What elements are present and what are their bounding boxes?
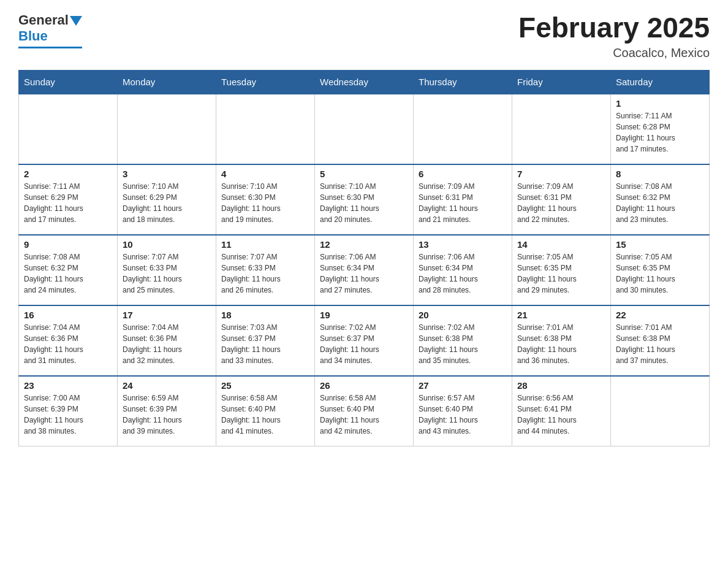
day-info: Sunrise: 6:59 AM Sunset: 6:39 PM Dayligh… [123, 393, 211, 437]
day-number: 14 [517, 239, 605, 250]
day-number: 19 [320, 310, 408, 320]
day-info: Sunrise: 7:04 AM Sunset: 6:36 PM Dayligh… [24, 322, 112, 366]
day-number: 27 [419, 380, 507, 391]
calendar-cell: 8Sunrise: 7:08 AM Sunset: 6:32 PM Daylig… [611, 164, 710, 235]
calendar-cell: 1Sunrise: 7:11 AM Sunset: 6:28 PM Daylig… [611, 94, 710, 164]
day-number: 23 [24, 380, 112, 391]
day-info: Sunrise: 7:09 AM Sunset: 6:31 PM Dayligh… [517, 181, 605, 225]
calendar-cell: 6Sunrise: 7:09 AM Sunset: 6:31 PM Daylig… [414, 164, 512, 235]
day-number: 18 [221, 310, 309, 320]
calendar-cell: 21Sunrise: 7:01 AM Sunset: 6:38 PM Dayli… [512, 305, 611, 376]
day-number: 13 [419, 239, 507, 250]
day-info: Sunrise: 7:01 AM Sunset: 6:38 PM Dayligh… [517, 322, 605, 366]
calendar-cell: 25Sunrise: 6:58 AM Sunset: 6:40 PM Dayli… [216, 376, 315, 446]
calendar-cell: 24Sunrise: 6:59 AM Sunset: 6:39 PM Dayli… [118, 376, 216, 446]
calendar-cell: 17Sunrise: 7:04 AM Sunset: 6:36 PM Dayli… [118, 305, 216, 376]
page-header: General Blue February 2025 Coacalco, Mex… [18, 12, 710, 60]
day-number: 20 [419, 310, 507, 320]
calendar-cell [216, 94, 315, 164]
day-number: 16 [24, 310, 112, 320]
day-info: Sunrise: 7:05 AM Sunset: 6:35 PM Dayligh… [517, 251, 605, 296]
calendar-week-3: 9Sunrise: 7:08 AM Sunset: 6:32 PM Daylig… [19, 235, 710, 305]
calendar-cell: 23Sunrise: 7:00 AM Sunset: 6:39 PM Dayli… [19, 376, 118, 446]
day-info: Sunrise: 7:05 AM Sunset: 6:35 PM Dayligh… [616, 251, 704, 296]
day-number: 9 [24, 239, 112, 250]
day-info: Sunrise: 7:09 AM Sunset: 6:31 PM Dayligh… [419, 181, 507, 225]
day-number: 2 [24, 169, 112, 179]
calendar-cell: 14Sunrise: 7:05 AM Sunset: 6:35 PM Dayli… [512, 235, 611, 305]
day-info: Sunrise: 6:57 AM Sunset: 6:40 PM Dayligh… [419, 393, 507, 437]
calendar-cell: 13Sunrise: 7:06 AM Sunset: 6:34 PM Dayli… [414, 235, 512, 305]
calendar-cell: 9Sunrise: 7:08 AM Sunset: 6:32 PM Daylig… [19, 235, 118, 305]
day-number: 24 [123, 380, 211, 391]
logo: General Blue [18, 12, 82, 48]
day-number: 7 [517, 169, 605, 179]
calendar-cell: 20Sunrise: 7:02 AM Sunset: 6:38 PM Dayli… [414, 305, 512, 376]
calendar-cell: 7Sunrise: 7:09 AM Sunset: 6:31 PM Daylig… [512, 164, 611, 235]
calendar-cell: 28Sunrise: 6:56 AM Sunset: 6:41 PM Dayli… [512, 376, 611, 446]
day-number: 22 [616, 310, 704, 320]
column-header-sunday: Sunday [19, 70, 118, 94]
day-number: 28 [517, 380, 605, 391]
title-area: February 2025 Coacalco, Mexico [518, 12, 710, 60]
day-info: Sunrise: 7:11 AM Sunset: 6:28 PM Dayligh… [616, 110, 704, 155]
column-header-thursday: Thursday [414, 70, 512, 94]
day-number: 26 [320, 380, 408, 391]
calendar-subtitle: Coacalco, Mexico [518, 46, 710, 60]
calendar-cell: 10Sunrise: 7:07 AM Sunset: 6:33 PM Dayli… [118, 235, 216, 305]
calendar-week-1: 1Sunrise: 7:11 AM Sunset: 6:28 PM Daylig… [19, 94, 710, 164]
day-number: 1 [616, 98, 704, 109]
calendar-title: February 2025 [518, 12, 710, 44]
calendar-cell [414, 94, 512, 164]
calendar-cell: 11Sunrise: 7:07 AM Sunset: 6:33 PM Dayli… [216, 235, 315, 305]
calendar-cell: 27Sunrise: 6:57 AM Sunset: 6:40 PM Dayli… [414, 376, 512, 446]
day-info: Sunrise: 7:02 AM Sunset: 6:38 PM Dayligh… [419, 322, 507, 366]
calendar-cell [315, 94, 414, 164]
calendar-cell: 22Sunrise: 7:01 AM Sunset: 6:38 PM Dayli… [611, 305, 710, 376]
column-header-wednesday: Wednesday [315, 70, 414, 94]
calendar-cell [118, 94, 216, 164]
day-number: 3 [123, 169, 211, 179]
calendar-cell: 5Sunrise: 7:10 AM Sunset: 6:30 PM Daylig… [315, 164, 414, 235]
calendar-cell: 12Sunrise: 7:06 AM Sunset: 6:34 PM Dayli… [315, 235, 414, 305]
day-number: 6 [419, 169, 507, 179]
day-info: Sunrise: 7:10 AM Sunset: 6:29 PM Dayligh… [123, 181, 211, 225]
calendar-cell: 16Sunrise: 7:04 AM Sunset: 6:36 PM Dayli… [19, 305, 118, 376]
day-info: Sunrise: 7:07 AM Sunset: 6:33 PM Dayligh… [221, 251, 309, 296]
calendar-cell [19, 94, 118, 164]
calendar-header-row: SundayMondayTuesdayWednesdayThursdayFrid… [19, 70, 710, 94]
logo-underline [18, 47, 82, 48]
calendar-cell [512, 94, 611, 164]
day-info: Sunrise: 7:10 AM Sunset: 6:30 PM Dayligh… [221, 181, 309, 225]
day-info: Sunrise: 7:08 AM Sunset: 6:32 PM Dayligh… [616, 181, 704, 225]
calendar-cell: 4Sunrise: 7:10 AM Sunset: 6:30 PM Daylig… [216, 164, 315, 235]
day-info: Sunrise: 7:03 AM Sunset: 6:37 PM Dayligh… [221, 322, 309, 366]
day-info: Sunrise: 7:02 AM Sunset: 6:37 PM Dayligh… [320, 322, 408, 366]
logo-blue-text: Blue [18, 28, 48, 44]
day-info: Sunrise: 6:58 AM Sunset: 6:40 PM Dayligh… [320, 393, 408, 437]
day-info: Sunrise: 7:04 AM Sunset: 6:36 PM Dayligh… [123, 322, 211, 366]
calendar-cell: 19Sunrise: 7:02 AM Sunset: 6:37 PM Dayli… [315, 305, 414, 376]
day-info: Sunrise: 7:08 AM Sunset: 6:32 PM Dayligh… [24, 251, 112, 296]
day-info: Sunrise: 7:11 AM Sunset: 6:29 PM Dayligh… [24, 181, 112, 225]
day-number: 10 [123, 239, 211, 250]
calendar-cell: 2Sunrise: 7:11 AM Sunset: 6:29 PM Daylig… [19, 164, 118, 235]
day-info: Sunrise: 7:00 AM Sunset: 6:39 PM Dayligh… [24, 393, 112, 437]
day-number: 15 [616, 239, 704, 250]
calendar-cell: 3Sunrise: 7:10 AM Sunset: 6:29 PM Daylig… [118, 164, 216, 235]
calendar-cell: 15Sunrise: 7:05 AM Sunset: 6:35 PM Dayli… [611, 235, 710, 305]
day-info: Sunrise: 6:56 AM Sunset: 6:41 PM Dayligh… [517, 393, 605, 437]
day-number: 17 [123, 310, 211, 320]
day-number: 5 [320, 169, 408, 179]
column-header-friday: Friday [512, 70, 611, 94]
day-info: Sunrise: 7:10 AM Sunset: 6:30 PM Dayligh… [320, 181, 408, 225]
calendar-cell [611, 376, 710, 446]
day-number: 4 [221, 169, 309, 179]
calendar-cell: 26Sunrise: 6:58 AM Sunset: 6:40 PM Dayli… [315, 376, 414, 446]
day-number: 11 [221, 239, 309, 250]
calendar-week-2: 2Sunrise: 7:11 AM Sunset: 6:29 PM Daylig… [19, 164, 710, 235]
column-header-saturday: Saturday [611, 70, 710, 94]
calendar-cell: 18Sunrise: 7:03 AM Sunset: 6:37 PM Dayli… [216, 305, 315, 376]
logo-general-text: General [18, 12, 69, 28]
day-info: Sunrise: 7:01 AM Sunset: 6:38 PM Dayligh… [616, 322, 704, 366]
